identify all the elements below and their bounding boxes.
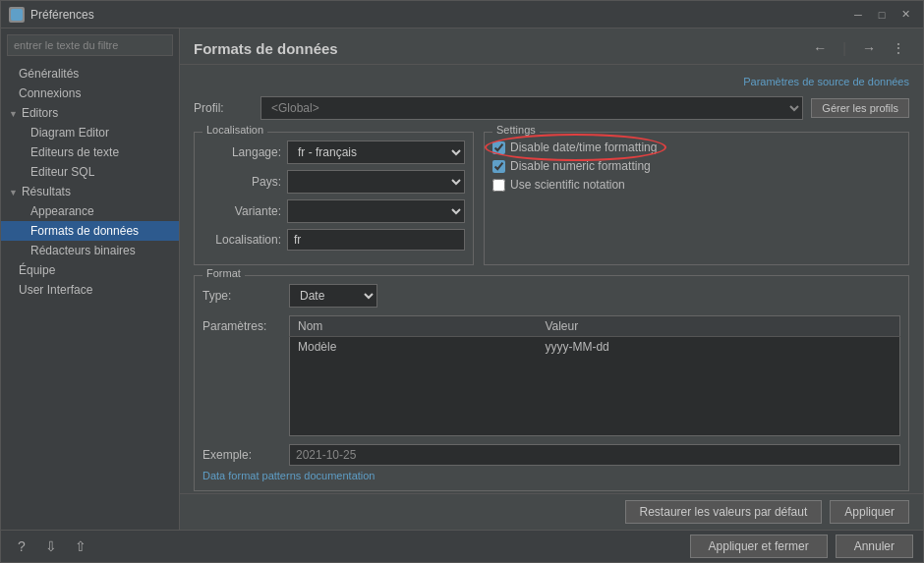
window-icon (9, 7, 25, 23)
disable-datetime-checkbox[interactable] (492, 141, 505, 154)
settings-legend: Settings (492, 124, 540, 136)
sidebar-item-equipe[interactable]: Équipe (1, 260, 179, 280)
scientific-notation-label: Use scientific notation (510, 178, 625, 192)
pays-select[interactable] (287, 170, 465, 194)
type-row: Type: Date (202, 284, 900, 308)
window-bottom: ? ⇩ ⇧ Appliquer et fermer Annuler (1, 530, 923, 562)
back-button[interactable]: ← (809, 38, 831, 58)
main-area: Généralités Connexions Editors Diagram E… (1, 28, 923, 530)
window-controls: ─ □ ✕ (848, 6, 915, 24)
menu-button[interactable]: ⋮ (888, 38, 909, 58)
localisation-label: Localisation: (202, 233, 281, 247)
restore-defaults-button[interactable]: Restaurer les valeurs par défaut (625, 500, 823, 524)
minimize-button[interactable]: ─ (848, 6, 868, 24)
disable-numeric-checkbox[interactable] (492, 160, 505, 173)
sidebar-item-generalites[interactable]: Généralités (1, 64, 179, 84)
pays-row: Pays: (202, 170, 465, 194)
tree: Généralités Connexions Editors Diagram E… (1, 62, 179, 530)
param-nom: Modèle (290, 337, 538, 358)
window-title: Préférences (30, 8, 848, 22)
localisation-panel: Localisation Langage: fr - français Pays… (194, 132, 474, 265)
sidebar-item-editors[interactable]: Editors (1, 103, 179, 123)
variante-select[interactable] (287, 199, 465, 223)
langage-label: Langage: (202, 145, 281, 159)
disable-datetime-label: Disable date/time formatting (510, 141, 657, 154)
table-empty-area (290, 357, 900, 435)
sidebar-item-connexions[interactable]: Connexions (1, 84, 179, 103)
table-row: Modèle yyyy-MM-dd (290, 337, 900, 358)
variante-label: Variante: (202, 204, 281, 218)
export-button[interactable]: ⇧ (70, 535, 91, 557)
settings-panel: Settings Disable date/time formatting Di… (484, 132, 909, 265)
check-scientific: Use scientific notation (492, 178, 900, 192)
localisation-row: Localisation: (202, 229, 465, 251)
separator-icon: | (838, 38, 850, 58)
sidebar-item-editeurs-texte[interactable]: Editeurs de texte (1, 142, 179, 162)
localisation-legend: Localisation (202, 124, 267, 136)
close-button[interactable]: ✕ (895, 6, 915, 24)
data-source-link[interactable]: Paramètres de source de données (743, 76, 909, 87)
pays-label: Pays: (202, 175, 281, 189)
example-label: Exemple: (202, 448, 281, 462)
localisation-input[interactable] (287, 229, 465, 251)
param-valeur: yyyy-MM-dd (537, 337, 899, 358)
bottom-right-buttons: Appliquer et fermer Annuler (690, 535, 913, 558)
check-disable-datetime: Disable date/time formatting (492, 141, 900, 154)
profile-label: Profil: (194, 101, 253, 115)
col-valeur: Valeur (537, 316, 899, 337)
apply-close-button[interactable]: Appliquer et fermer (690, 535, 828, 558)
panels-row: Localisation Langage: fr - français Pays… (194, 132, 909, 265)
example-row: Exemple: (202, 444, 900, 466)
sidebar-item-editeur-sql[interactable]: Editeur SQL (1, 162, 179, 182)
filter-input[interactable] (7, 34, 173, 56)
langage-row: Langage: fr - français (202, 141, 465, 164)
sidebar: Généralités Connexions Editors Diagram E… (1, 28, 180, 530)
sidebar-item-user-interface[interactable]: User Interface (1, 280, 179, 300)
forward-button[interactable]: → (858, 38, 880, 58)
sidebar-item-formats-donnees[interactable]: Formats de données (1, 221, 179, 241)
profile-select[interactable]: <Global> (260, 96, 803, 120)
page-title: Formats de données (194, 40, 338, 57)
sidebar-item-diagram-editor[interactable]: Diagram Editor (1, 123, 179, 142)
import-button[interactable]: ⇩ (40, 535, 62, 557)
sidebar-item-redacteurs-binaires[interactable]: Rédacteurs binaires (1, 241, 179, 260)
example-input[interactable] (289, 444, 900, 466)
type-label: Type: (202, 289, 281, 303)
title-bar: Préférences ─ □ ✕ (1, 1, 923, 28)
disable-numeric-label: Disable numeric formatting (510, 159, 651, 173)
format-panel: Format Type: Date Paramètres: (194, 275, 909, 491)
params-table-wrap: Nom Valeur Modèle yyyy-MM-dd (289, 315, 900, 436)
appliquer-button[interactable]: Appliquer (830, 500, 909, 524)
help-button[interactable]: ? (11, 535, 32, 557)
table-row-empty (290, 357, 900, 435)
scientific-notation-checkbox[interactable] (492, 179, 505, 192)
maximize-button[interactable]: □ (872, 6, 892, 24)
content-area: Formats de données ← | → ⋮ Paramètres de… (180, 28, 923, 530)
doc-link[interactable]: Data format patterns documentation (202, 470, 375, 481)
variante-row: Variante: (202, 199, 465, 223)
params-row: Paramètres: Nom Valeur (202, 315, 900, 436)
sidebar-item-appearance[interactable]: Appearance (1, 201, 179, 221)
format-legend: Format (202, 267, 245, 279)
preferences-window: Préférences ─ □ ✕ Généralités Connexions… (0, 0, 924, 563)
content-header: Formats de données ← | → ⋮ (180, 28, 923, 65)
content-body: Paramètres de source de données Profil: … (180, 65, 923, 493)
langage-select[interactable]: fr - français (287, 141, 465, 164)
check-disable-numeric: Disable numeric formatting (492, 159, 900, 173)
col-nom: Nom (290, 316, 538, 337)
params-label: Paramètres: (202, 315, 281, 333)
sidebar-item-resultats[interactable]: Résultats (1, 182, 179, 201)
type-select[interactable]: Date (289, 284, 377, 308)
cancel-button[interactable]: Annuler (836, 535, 913, 558)
bottom-left-icons: ? ⇩ ⇧ (11, 535, 91, 557)
params-table: Nom Valeur Modèle yyyy-MM-dd (289, 315, 900, 436)
svg-rect-0 (11, 9, 23, 21)
profile-row: Profil: <Global> Gérer les profils (194, 96, 909, 120)
manage-profiles-button[interactable]: Gérer les profils (811, 98, 909, 118)
content-footer: Restaurer les valeurs par défaut Appliqu… (180, 493, 923, 530)
header-right: ← | → ⋮ (809, 38, 909, 58)
